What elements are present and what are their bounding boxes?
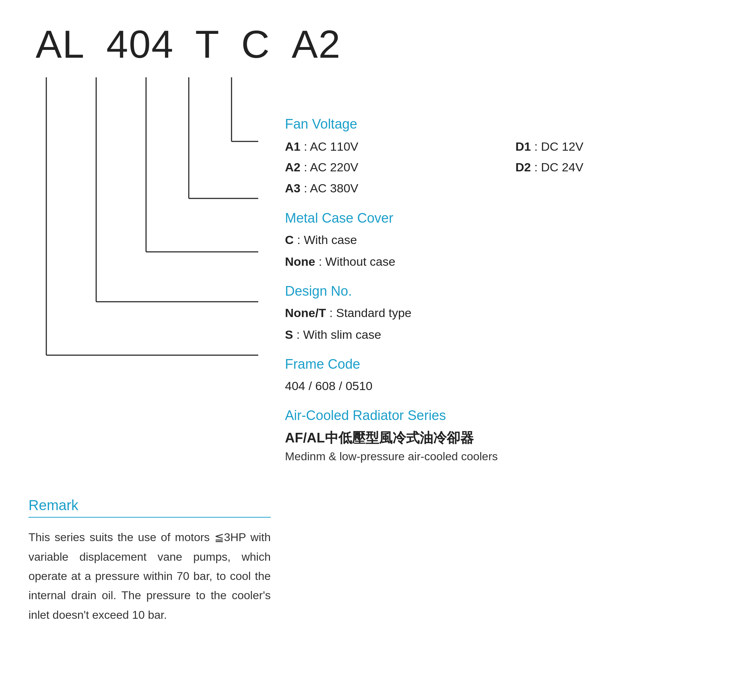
fan-empty — [516, 178, 725, 198]
fan-a3: A3 : AC 380V — [285, 178, 494, 198]
title-part-404: 404 — [106, 21, 174, 67]
title-part-c: C — [241, 21, 270, 67]
metal-case-section: Metal Case Cover C : With case None : Wi… — [285, 211, 725, 271]
design-s: S : With slim case — [285, 326, 725, 344]
frame-code-section: Frame Code 404 / 608 / 0510 — [285, 356, 725, 395]
series-english: Medinm & low-pressure air-cooled coolers — [285, 450, 725, 463]
title-part-t: T — [195, 21, 220, 67]
series-title: Air-Cooled Radiator Series — [285, 408, 725, 423]
remark-text: This series suits the use of motors ≦3HP… — [28, 528, 271, 625]
metal-case-c: C : With case — [285, 231, 725, 249]
title-row: AL 404 T C A2 — [28, 21, 725, 67]
info-area: Fan Voltage A1 : AC 110V D1 : DC 12V A2 … — [271, 70, 725, 476]
series-section: Air-Cooled Radiator Series AF/AL中低壓型風冷式油… — [285, 408, 725, 463]
fan-a1: A1 : AC 110V — [285, 137, 494, 156]
series-area-bottom — [306, 497, 725, 625]
frame-code-value: 404 / 608 / 0510 — [285, 377, 725, 395]
frame-code-title: Frame Code — [285, 356, 725, 372]
fan-d2: D2 : DC 24V — [516, 158, 725, 177]
title-part-a2: A2 — [292, 21, 341, 67]
design-no-title: Design No. — [285, 284, 725, 299]
metal-case-none: None : Without case — [285, 253, 725, 271]
metal-case-title: Metal Case Cover — [285, 211, 725, 226]
design-no-section: Design No. None/T : Standard type S : Wi… — [285, 284, 725, 344]
bracket-area — [28, 70, 271, 391]
bottom-section: Remark This series suits the use of moto… — [28, 497, 725, 625]
fan-d1: D1 : DC 12V — [516, 137, 725, 156]
fan-voltage-section: Fan Voltage A1 : AC 110V D1 : DC 12V A2 … — [285, 117, 725, 198]
bracket-svg — [28, 70, 271, 391]
fan-a2: A2 : AC 220V — [285, 158, 494, 177]
fan-voltage-title: Fan Voltage — [285, 117, 725, 132]
remark-title: Remark — [28, 497, 271, 517]
diagram-container: Fan Voltage A1 : AC 110V D1 : DC 12V A2 … — [28, 70, 725, 476]
fan-voltage-rows: A1 : AC 110V D1 : DC 12V A2 : AC 220V D2… — [285, 137, 725, 198]
series-chinese: AF/AL中低壓型風冷式油冷卻器 — [285, 429, 725, 447]
remark-area: Remark This series suits the use of moto… — [28, 497, 271, 625]
design-none-t: None/T : Standard type — [285, 304, 725, 322]
title-part-al: AL — [36, 21, 85, 67]
